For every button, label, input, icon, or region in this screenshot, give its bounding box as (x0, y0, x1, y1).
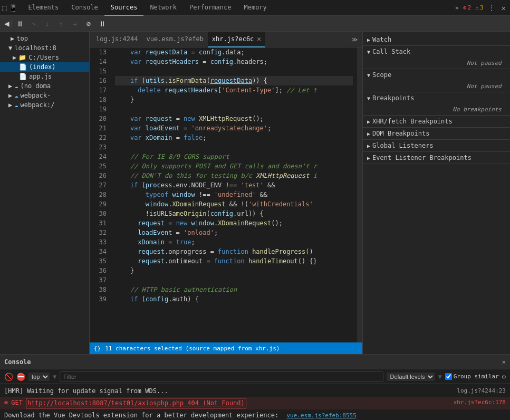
error-message-left: ⊗ GET http://localhost:8087/test01/axios… (4, 398, 246, 408)
sidebar-item-label: webpack:/ (20, 101, 54, 109)
file-tab-logjs[interactable]: log.js:4244 (92, 32, 142, 47)
group-similar-checkbox[interactable] (445, 373, 452, 380)
error-prefix: GET (11, 398, 23, 407)
chevron-down-icon: ▼ (367, 72, 370, 78)
console-levels-select[interactable]: Default levels (387, 373, 435, 381)
sidebar-item-nodomain[interactable]: ▶ ☁ (no doma (0, 81, 89, 91)
dom-breakpoints-label: DOM Breakpoints (372, 130, 429, 137)
file-tab-close-icon[interactable]: ✕ (257, 35, 261, 42)
tab-network[interactable]: Network (143, 0, 183, 16)
tab-console[interactable]: Console (65, 0, 104, 16)
error-message-link[interactable]: xhr.js?ec6c:178 (454, 398, 506, 408)
chevron-right-icon: ▶ (8, 82, 12, 90)
file-tab-vueesm[interactable]: vue.esm.js?efeb (142, 32, 207, 47)
main-layout: ▶ top ▼ localhost:8 ▶ 📁 C:/Users 📄 (inde… (0, 32, 510, 354)
top-tab-more: » ⊗ 2 ⚠ 3 ⋮ ✕ (455, 4, 508, 12)
vue-message-text: Download the Vue Devtools extension for … (4, 412, 278, 419)
file-tab-xhr[interactable]: xhr.js?ec6c ✕ (208, 32, 265, 47)
status-text: 11 characters selected (source mapped fr… (105, 345, 280, 352)
tab-memory[interactable]: Memory (237, 0, 273, 16)
global-listeners-header[interactable]: ▶ Global Listeners (363, 140, 510, 151)
code-content[interactable]: var requestData = config.data; var reque… (111, 47, 357, 342)
devtools-icons: ⬚ 📱 (2, 4, 17, 12)
error-url[interactable]: http://localhost:8087/test01/axiosphp.ph… (26, 398, 246, 408)
event-listener-breakpoints-label: Event Listener Breakpoints (372, 154, 471, 161)
cloud-icon: ☁ (14, 82, 18, 90)
chevron-right-icon: ▶ (367, 119, 370, 125)
folder-icon: 📁 (18, 54, 26, 61)
pause-on-exceptions-button[interactable]: ⏸ (97, 18, 108, 30)
sidebar-item-label: (index) (29, 63, 56, 71)
vertical-scrollbar[interactable] (357, 47, 362, 342)
mobile-icon[interactable]: 📱 (8, 4, 17, 12)
breakpoints-header[interactable]: ▼ Breakpoints (363, 92, 510, 104)
tab-performance[interactable]: Performance (183, 0, 237, 16)
console-filter-input[interactable] (60, 371, 383, 382)
group-similar-checkbox-group: Group similar (445, 373, 499, 380)
scope-header[interactable]: ▼ Scope (363, 69, 510, 81)
chevron-right-icon: ▶ (367, 143, 370, 149)
format-icon[interactable]: {} (94, 345, 101, 352)
vue-message-link[interactable]: vue.esm.js?efeb:8555 (286, 412, 356, 419)
sidebar-item-webpack1[interactable]: ▶ ☁ webpack- (0, 91, 89, 100)
chevron-down-icon: ▼ (367, 49, 370, 55)
hmr-message-link[interactable]: log.js?4244:23 (457, 386, 506, 396)
sidebar-toggle-icon[interactable]: ◀ (4, 18, 9, 28)
code-status-bar: {} 11 characters selected (source mapped… (90, 342, 362, 354)
callstack-header[interactable]: ▼ Call Stack (363, 46, 510, 58)
debugger-toolbar: ◀ ⏸ ↷ ↓ ↑ → ⊘ ⏸ (0, 16, 510, 32)
sidebar-item-localhost[interactable]: ▼ localhost:8 (0, 43, 89, 53)
source-viewer: log.js:4244 vue.esm.js?efeb xhr.js?ec6c … (90, 32, 362, 354)
devtools-close-button[interactable]: ✕ (499, 4, 508, 12)
sidebar-item-label: app.js (29, 73, 52, 80)
sidebar-item-index[interactable]: 📄 (index) (0, 62, 89, 72)
pause-resume-button[interactable]: ⏸ (14, 18, 26, 30)
breakpoints-section: ▼ Breakpoints No breakpoints (363, 92, 510, 116)
code-editor: 1314151617181920212223242526272829303132… (90, 47, 362, 342)
more-files-icon[interactable]: ≫ (349, 36, 360, 43)
console-clear-icon[interactable]: 🚫 (4, 373, 13, 381)
watch-header[interactable]: ▶ Watch (363, 34, 510, 45)
console-block-icon[interactable]: ⛔ (16, 373, 25, 381)
sidebar-item-top[interactable]: ▶ top (0, 34, 89, 43)
sidebar-item-label: localhost:8 (14, 44, 56, 52)
event-listener-breakpoints-section: ▶ Event Listener Breakpoints (363, 152, 510, 164)
debugger-panel: ▶ Watch ▼ Call Stack Not paused ▼ Scope … (362, 32, 510, 354)
sidebar-item-label: (no doma (20, 82, 51, 90)
warning-badge: ⚠ 3 (475, 4, 483, 11)
console-panel: Console ✕ 🚫 ⛔ top ▼ Default levels ▼ Gro… (0, 354, 510, 420)
console-message-hmr: [HMR] Waiting for update signal from WDS… (0, 385, 510, 397)
xhr-breakpoints-header[interactable]: ▶ XHR/fetch Breakpoints (363, 116, 510, 127)
global-listeners-section: ▶ Global Listeners (363, 140, 510, 152)
console-settings-icon[interactable]: ⚙ (502, 373, 506, 380)
tab-elements[interactable]: Elements (22, 0, 65, 16)
console-close-icon[interactable]: ✕ (502, 358, 506, 366)
dom-breakpoints-header[interactable]: ▶ DOM Breakpoints (363, 128, 510, 139)
console-title: Console (4, 358, 31, 366)
step-over-button[interactable]: ↷ (28, 18, 40, 30)
breakpoints-label: Breakpoints (372, 94, 414, 102)
inspect-icon[interactable]: ⬚ (2, 4, 6, 12)
sidebar-item-appjs[interactable]: 📄 app.js (0, 72, 89, 81)
console-context-select[interactable]: top (28, 373, 50, 381)
more-tabs-icon[interactable]: » (455, 4, 459, 12)
step-out-button[interactable]: ↑ (55, 18, 67, 30)
error-badge: ⊗ 2 (463, 4, 471, 11)
sidebar-item-cusers[interactable]: ▶ 📁 C:/Users (0, 53, 89, 62)
chevron-right-icon: ▶ (8, 101, 12, 109)
sidebar-item-label: top (16, 35, 28, 42)
scope-content: Not paused (363, 81, 510, 92)
step-into-button[interactable]: ↓ (42, 18, 53, 30)
settings-icon[interactable]: ⋮ (488, 4, 495, 12)
sidebar-item-webpack2[interactable]: ▶ ☁ webpack:/ (0, 100, 89, 110)
tab-sources[interactable]: Sources (104, 0, 144, 16)
deactivate-breakpoints-button[interactable]: ⊘ (83, 18, 94, 30)
warning-triangle-icon: ⚠ (475, 4, 479, 11)
chevron-right-icon: ▶ (367, 155, 370, 161)
event-listener-breakpoints-header[interactable]: ▶ Event Listener Breakpoints (363, 152, 510, 164)
chevron-right-icon: ▶ (367, 37, 370, 43)
step-button[interactable]: → (69, 18, 81, 30)
chevron-down-icon: ▼ (367, 96, 370, 101)
xhr-breakpoints-label: XHR/fetch Breakpoints (372, 118, 453, 125)
chevron-right-icon: ▶ (8, 92, 12, 99)
